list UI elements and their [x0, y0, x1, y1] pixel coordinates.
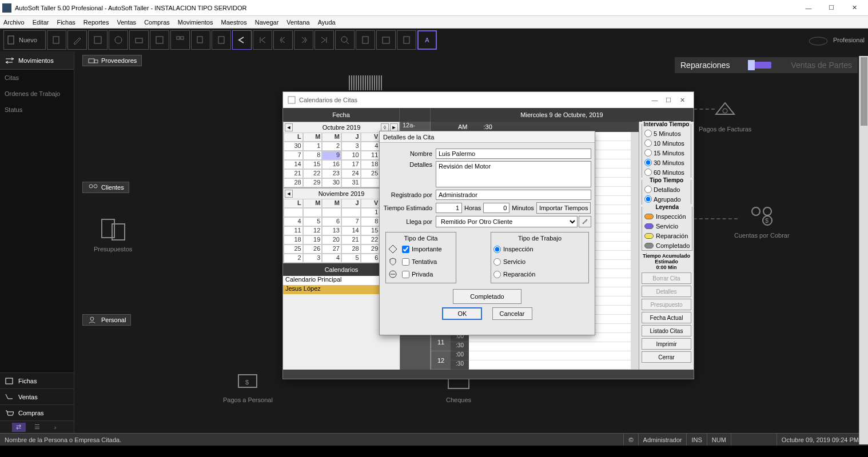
edit-llega-button[interactable]: [579, 216, 591, 227]
minutos-field[interactable]: [483, 203, 509, 213]
toolbar-btn-9[interactable]: [212, 30, 231, 50]
toolbar-btn-4[interactable]: [109, 30, 128, 50]
cal-scrollbar[interactable]: [631, 132, 639, 370]
cal-minimize[interactable]: —: [648, 97, 662, 103]
tipo-tiempo-group: Tipo Tiempo Detallado Agrupado: [642, 180, 691, 205]
maximize-button[interactable]: ☐: [820, 1, 843, 15]
menu-reportes[interactable]: Reportes: [83, 19, 109, 26]
menu-archivo[interactable]: Archivo: [3, 19, 25, 26]
llega-por-select[interactable]: Remitido Por Otro Cliente: [436, 216, 578, 227]
close-button[interactable]: ✕: [843, 1, 866, 15]
pagos-facturas-node[interactable]: Pagos de Facturas: [699, 98, 751, 133]
menu-navegar[interactable]: Navegar: [255, 19, 279, 26]
detalles-field[interactable]: [436, 161, 591, 187]
fecha-actual-button[interactable]: Fecha Actual: [642, 312, 691, 323]
nuevo-button[interactable]: Nuevo: [3, 30, 46, 50]
personal-tag[interactable]: Personal: [82, 314, 131, 326]
toolbar-btn-6[interactable]: [150, 30, 169, 50]
toolbar-last[interactable]: [314, 30, 334, 50]
importante-checkbox[interactable]: Importante: [388, 243, 453, 255]
menu-ayuda[interactable]: Ayuda: [318, 19, 336, 26]
ok-button[interactable]: OK: [442, 307, 482, 320]
menu-fichas[interactable]: Fichas: [57, 19, 75, 26]
toggle-knob[interactable]: [750, 62, 771, 69]
sidebar-fichas[interactable]: Fichas: [0, 372, 74, 388]
pagos-personal-node[interactable]: $ Pagos a Personal: [223, 371, 273, 403]
sidebar-title-movimientos[interactable]: Movimientos: [0, 51, 74, 70]
toolbar-btn-3[interactable]: [88, 30, 107, 50]
interval-5[interactable]: 5 Minutos: [642, 129, 691, 138]
listado-citas-button[interactable]: Listado Citas: [642, 325, 691, 336]
interval-30[interactable]: 30 Minutos: [642, 158, 691, 167]
menu-editar[interactable]: Editar: [33, 19, 49, 26]
interval-10[interactable]: 10 Minutos: [642, 138, 691, 148]
toolbar-cal[interactable]: [376, 30, 396, 50]
completado-button[interactable]: Completado: [453, 289, 521, 304]
toolbar-prev[interactable]: [273, 30, 293, 50]
trabajo-servicio[interactable]: Servicio: [493, 255, 586, 268]
toolbar-btn-1[interactable]: [47, 30, 66, 50]
toolbar-btn-2[interactable]: [67, 30, 87, 50]
tipo-detallado[interactable]: Detallado: [642, 185, 691, 194]
toolbar-btn-7[interactable]: [170, 30, 190, 50]
presupuestos-node[interactable]: Presupuestos: [94, 216, 132, 252]
trabajo-reparacion[interactable]: Reparación: [493, 268, 586, 280]
toolbar-search[interactable]: [335, 30, 355, 50]
tipo-agrupado[interactable]: Agrupado: [642, 194, 691, 204]
menu-ventas[interactable]: Ventas: [117, 19, 136, 26]
chevron-right-icon[interactable]: ›: [49, 423, 62, 432]
sidebar-item-status[interactable]: Status: [0, 102, 74, 118]
menu-ventana[interactable]: Ventana: [286, 19, 309, 26]
trabajo-inspeccion[interactable]: Inspección: [493, 243, 586, 255]
toolbar: Nuevo A Profesional: [0, 29, 868, 51]
sidebar-item-ordenes[interactable]: Ordenes de Trabajo: [0, 86, 74, 102]
interval-60[interactable]: 60 Minutos: [642, 167, 691, 177]
proveedores-tag[interactable]: Proveedores: [82, 55, 142, 66]
imprimir-button[interactable]: Imprimir: [642, 338, 691, 350]
toolbar-next[interactable]: [294, 30, 313, 50]
privada-checkbox[interactable]: Privada: [388, 268, 453, 280]
cuentas-cobrar-node[interactable]: $ Cuentas por Cobrar: [734, 205, 790, 239]
sidebar-item-citas[interactable]: Citas: [0, 70, 74, 86]
toolbar-btn-5[interactable]: [129, 30, 149, 50]
toolbar-first[interactable]: [253, 30, 272, 50]
svg-point-27: [752, 207, 760, 215]
cal-maximize[interactable]: ☐: [662, 97, 675, 104]
toggle-ventas-reparaciones[interactable]: Reparaciones Ventas de Partes: [675, 57, 858, 73]
month-prev[interactable]: ◄: [285, 123, 293, 131]
window-titlebar: AutoSoft Taller 5.00 Profesional - AutoS…: [0, 0, 868, 16]
toolbar-btn-8[interactable]: [191, 30, 210, 50]
minimize-button[interactable]: —: [797, 1, 820, 15]
month-next[interactable]: ►: [390, 123, 398, 131]
cancelar-button[interactable]: Cancelar: [492, 307, 532, 320]
horas-field[interactable]: [436, 203, 462, 213]
detalles-button[interactable]: Detalles: [642, 286, 691, 297]
menu-compras[interactable]: Compras: [144, 19, 170, 26]
toolbar-a-button[interactable]: A: [417, 30, 437, 50]
toolbar-doc[interactable]: [397, 30, 416, 50]
menu-movimientos[interactable]: Movimientos: [178, 19, 213, 26]
borrar-cita-button[interactable]: Borrar Cita: [642, 272, 691, 284]
sidebar-ventas[interactable]: Ventas: [0, 388, 74, 404]
tentativa-checkbox[interactable]: Tentativa: [388, 255, 453, 268]
importar-tiempos-button[interactable]: Importar Tiempos: [536, 202, 591, 214]
month-prev-nov[interactable]: ◄: [285, 190, 293, 198]
registrado-field[interactable]: [436, 190, 591, 200]
cerrar-button[interactable]: Cerrar: [642, 351, 691, 363]
toolbar-back-button[interactable]: [232, 30, 252, 50]
main-scrollbar[interactable]: [859, 56, 868, 444]
menu-maestros[interactable]: Maestros: [221, 19, 247, 26]
svg-rect-11: [363, 37, 368, 43]
month-spin[interactable]: ◊: [381, 123, 389, 131]
nombre-field[interactable]: [436, 149, 591, 159]
svg-rect-1: [53, 37, 59, 43]
clientes-tag[interactable]: Clientes: [82, 182, 129, 193]
sidebar-compras[interactable]: Compras: [0, 404, 74, 420]
toolbar-calc[interactable]: [356, 30, 375, 50]
print-icon: [134, 35, 144, 45]
interval-15[interactable]: 15 Minutos: [642, 148, 691, 158]
list-icon[interactable]: ☰: [30, 423, 44, 432]
swap-icon[interactable]: ⇄: [12, 423, 26, 432]
cal-close[interactable]: ✕: [675, 97, 689, 104]
presupuesto-button[interactable]: Presupuesto: [642, 299, 691, 310]
